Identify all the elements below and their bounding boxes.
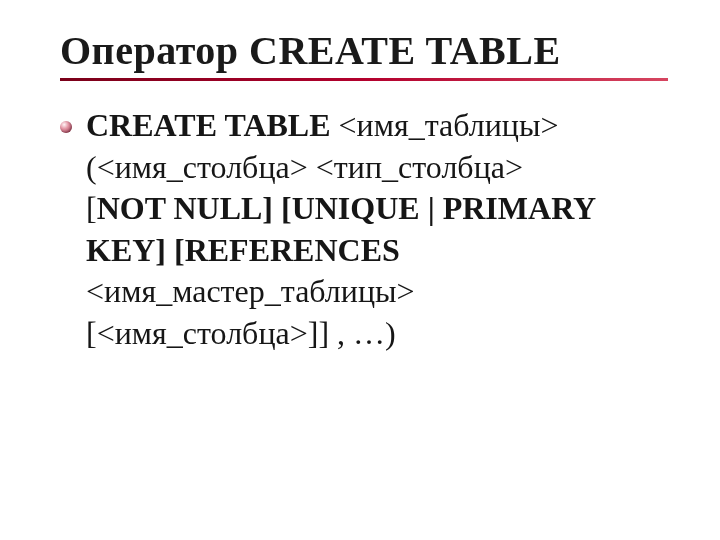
title-underline — [60, 78, 668, 81]
line3-bracket: [ — [86, 190, 97, 226]
line2: (<имя_столбца> <тип_столбца> — [86, 149, 523, 185]
body-block: CREATE TABLE <имя_таблицы> (<имя_столбца… — [60, 105, 668, 355]
line3-tail: <имя_мастер_таблицы> [<имя_столбца>]] , … — [86, 273, 415, 351]
slide: Оператор CREATE TABLE CREATE TABLE <имя_… — [0, 0, 720, 540]
line1-normal: <имя_таблицы> — [339, 107, 559, 143]
line1-bold: CREATE TABLE — [86, 107, 339, 143]
bullet-icon — [60, 121, 72, 133]
slide-title: Оператор CREATE TABLE — [60, 28, 668, 74]
line3-bold: NOT NULL] [UNIQUE | PRIMARY KEY] [REFERE… — [86, 190, 595, 268]
body-text: CREATE TABLE <имя_таблицы> (<имя_столбца… — [86, 105, 646, 355]
